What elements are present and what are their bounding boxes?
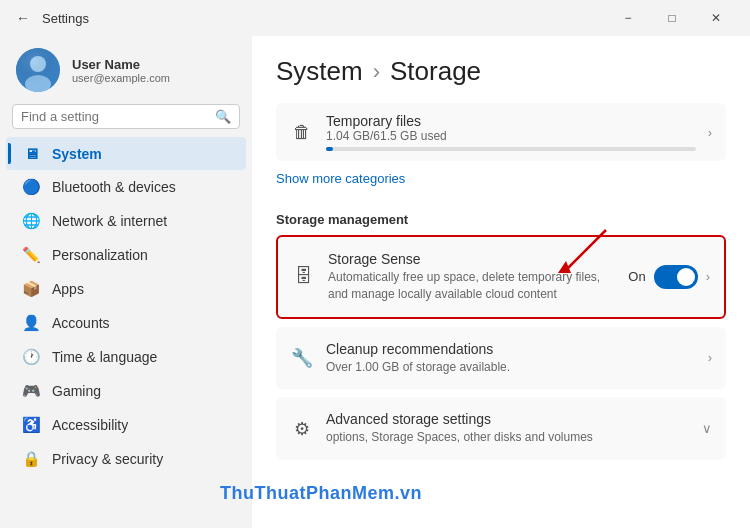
mgmt-icon-storage-sense: 🗄 [292, 266, 316, 287]
mgmt-title-advanced: Advanced storage settings [326, 411, 690, 427]
title-bar: ← Settings − □ ✕ [0, 0, 750, 36]
mgmt-title-storage-sense: Storage Sense [328, 251, 616, 267]
search-icon: 🔍 [215, 109, 231, 124]
avatar [16, 48, 60, 92]
sidebar-item-time[interactable]: 🕐 Time & language [6, 340, 246, 374]
mgmt-icon-advanced: ⚙ [290, 418, 314, 440]
temp-files-info: Temporary files 1.04 GB/61.5 GB used [326, 113, 696, 151]
breadcrumb-separator: › [373, 59, 380, 85]
profile-name: User Name [72, 57, 170, 72]
nav-label-privacy: Privacy & security [52, 451, 163, 467]
mgmt-body-storage-sense: Storage Sense Automatically free up spac… [328, 251, 616, 303]
nav-icon-time: 🕐 [22, 348, 40, 366]
mgmt-item-storage-sense[interactable]: 🗄 Storage Sense Automatically free up sp… [276, 235, 726, 319]
title-bar-controls: − □ ✕ [606, 3, 738, 33]
mgmt-items-container: 🗄 Storage Sense Automatically free up sp… [276, 235, 726, 460]
nav-label-system: System [52, 146, 102, 162]
temp-files-icon: 🗑 [290, 122, 314, 143]
sidebar-item-apps[interactable]: 📦 Apps [6, 272, 246, 306]
nav-list: 🖥 System 🔵 Bluetooth & devices 🌐 Network… [0, 137, 252, 476]
mgmt-item-cleanup[interactable]: 🔧 Cleanup recommendations Over 1.00 GB o… [276, 327, 726, 390]
nav-icon-system: 🖥 [22, 145, 40, 162]
mgmt-desc-cleanup: Over 1.00 GB of storage available. [326, 359, 696, 376]
nav-icon-privacy: 🔒 [22, 450, 40, 468]
sidebar-item-network[interactable]: 🌐 Network & internet [6, 204, 246, 238]
temp-files-label: Temporary files [326, 113, 696, 129]
nav-icon-apps: 📦 [22, 280, 40, 298]
sidebar-profile: User Name user@example.com [0, 36, 252, 104]
title-bar-title: Settings [42, 11, 89, 26]
sidebar-item-bluetooth[interactable]: 🔵 Bluetooth & devices [6, 170, 246, 204]
svg-point-3 [16, 48, 60, 92]
nav-label-network: Network & internet [52, 213, 167, 229]
maximize-button[interactable]: □ [650, 3, 694, 33]
content-inner: System › Storage 🗑 Temporary files 1.04 … [252, 36, 750, 488]
sidebar-item-accounts[interactable]: 👤 Accounts [6, 306, 246, 340]
temp-files-bar [326, 147, 696, 151]
content-area: System › Storage 🗑 Temporary files 1.04 … [252, 36, 750, 528]
back-button[interactable]: ← [12, 8, 34, 28]
mgmt-desc-advanced: options, Storage Spaces, other disks and… [326, 429, 690, 446]
nav-icon-bluetooth: 🔵 [22, 178, 40, 196]
mgmt-desc-storage-sense: Automatically free up space, delete temp… [328, 269, 616, 303]
show-more-link[interactable]: Show more categories [276, 171, 405, 186]
close-button[interactable]: ✕ [694, 3, 738, 33]
profile-info: User Name user@example.com [72, 57, 170, 84]
title-bar-left: ← Settings [12, 8, 89, 28]
search-input[interactable] [21, 109, 209, 124]
sidebar-item-accessibility[interactable]: ♿ Accessibility [6, 408, 246, 442]
nav-label-bluetooth: Bluetooth & devices [52, 179, 176, 195]
nav-label-accounts: Accounts [52, 315, 110, 331]
nav-label-accessibility: Accessibility [52, 417, 128, 433]
toggle-switch-storage-sense[interactable] [654, 265, 698, 289]
mgmt-body-advanced: Advanced storage settings options, Stora… [326, 411, 690, 446]
sidebar-item-privacy[interactable]: 🔒 Privacy & security [6, 442, 246, 476]
nav-icon-gaming: 🎮 [22, 382, 40, 400]
expand-advanced: ∨ [702, 421, 712, 436]
section-label: Storage management [276, 212, 726, 227]
chevron-storage-sense: › [706, 269, 710, 284]
mgmt-title-cleanup: Cleanup recommendations [326, 341, 696, 357]
minimize-button[interactable]: − [606, 3, 650, 33]
nav-label-gaming: Gaming [52, 383, 101, 399]
sidebar-item-gaming[interactable]: 🎮 Gaming [6, 374, 246, 408]
breadcrumb-system: System [276, 56, 363, 87]
nav-icon-accounts: 👤 [22, 314, 40, 332]
profile-email: user@example.com [72, 72, 170, 84]
nav-icon-accessibility: ♿ [22, 416, 40, 434]
mgmt-icon-cleanup: 🔧 [290, 347, 314, 369]
mgmt-item-right-storage-sense: On › [628, 265, 710, 289]
sidebar-item-system[interactable]: 🖥 System [6, 137, 246, 170]
sidebar-item-personalization[interactable]: ✏️ Personalization [6, 238, 246, 272]
page-header: System › Storage [276, 56, 726, 87]
nav-label-apps: Apps [52, 281, 84, 297]
nav-label-personalization: Personalization [52, 247, 148, 263]
temporary-files-item[interactable]: 🗑 Temporary files 1.04 GB/61.5 GB used › [276, 103, 726, 161]
app-body: User Name user@example.com 🔍 🖥 System 🔵 … [0, 36, 750, 528]
nav-icon-network: 🌐 [22, 212, 40, 230]
temp-files-size: 1.04 GB/61.5 GB used [326, 129, 696, 143]
temp-files-chevron: › [708, 125, 712, 140]
nav-icon-personalization: ✏️ [22, 246, 40, 264]
temp-files-bar-fill [326, 147, 333, 151]
toggle-label-storage-sense: On [628, 269, 645, 284]
nav-label-time: Time & language [52, 349, 157, 365]
sidebar: User Name user@example.com 🔍 🖥 System 🔵 … [0, 36, 252, 528]
mgmt-item-advanced[interactable]: ⚙ Advanced storage settings options, Sto… [276, 397, 726, 460]
breadcrumb-storage: Storage [390, 56, 481, 87]
chevron-cleanup: › [708, 350, 712, 365]
mgmt-body-cleanup: Cleanup recommendations Over 1.00 GB of … [326, 341, 696, 376]
search-box[interactable]: 🔍 [12, 104, 240, 129]
